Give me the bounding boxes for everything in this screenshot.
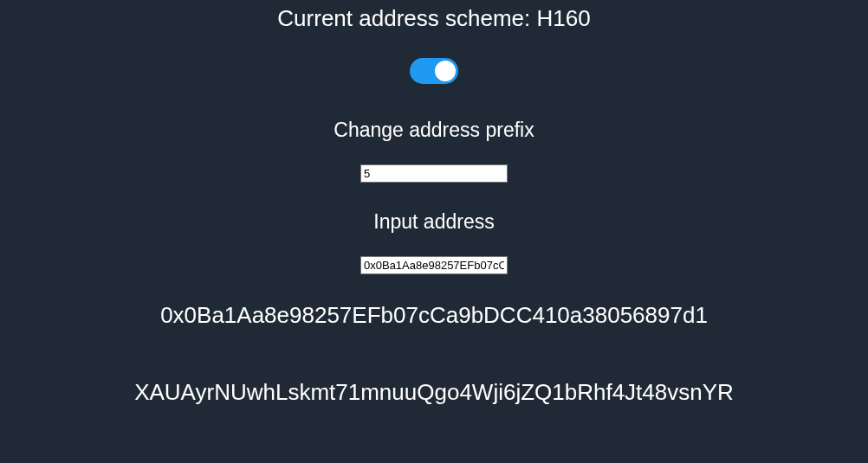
- converted-address-output: XAUAyrNUwhLskmt71mnuuQgo4Wji6jZQ1bRhf4Jt…: [0, 379, 868, 406]
- address-input[interactable]: [360, 256, 508, 274]
- prefix-input-container: [0, 164, 868, 183]
- toggle-container: [0, 58, 868, 84]
- address-input-container: [0, 256, 868, 274]
- prefix-label: Change address prefix: [0, 119, 868, 142]
- toggle-knob: [435, 61, 456, 81]
- scheme-toggle[interactable]: [410, 58, 458, 84]
- scheme-header: Current address scheme: H160: [0, 0, 868, 32]
- input-address-label: Input address: [0, 210, 868, 234]
- prefix-input[interactable]: [360, 164, 508, 183]
- full-address-output: 0x0Ba1Aa8e98257EFb07cCa9bDCC410a38056897…: [0, 302, 868, 329]
